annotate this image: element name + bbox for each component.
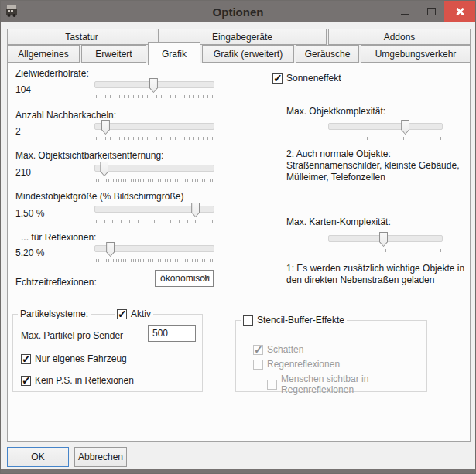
slider-ticks: [96, 137, 213, 141]
object-visibility-value: 210: [15, 167, 31, 179]
realtime-reflections-label: Echtzeitreflexionen:: [15, 277, 97, 288]
stencil-groupbox: Stencil-Buffer-Effekte Schatten Regenref…: [235, 320, 427, 392]
checkbox-box[interactable]: [272, 73, 283, 84]
reflection-size-label: ... für Reflexionen:: [21, 232, 96, 244]
shadows-checkbox[interactable]: Schatten: [253, 344, 303, 355]
own-vehicle-checkbox[interactable]: Nur eigenes Fahrzeug: [21, 353, 127, 364]
tab-row-bottom: Allgemeines Erweitert Grafik Grafik (erw…: [7, 45, 471, 63]
checkbox-box[interactable]: [21, 376, 31, 386]
window-bottom-border: [1, 469, 475, 473]
slider-thumb[interactable]: [149, 78, 158, 93]
stencil-buffer-checkbox[interactable]: Stencil-Buffer-Effekte: [241, 315, 347, 326]
neighbor-tiles-value: 2: [15, 126, 21, 138]
neighbor-tiles-label: Anzahl Nachbarkacheln:: [15, 110, 116, 121]
tab-allgemeines[interactable]: Allgemeines: [7, 45, 80, 63]
slider-thumb[interactable]: [106, 242, 115, 257]
slider-ticks: [96, 259, 213, 263]
min-object-size-label: Mindestobjektgröße (% Bildschirmgröße): [15, 191, 183, 203]
maximize-icon: [427, 8, 436, 15]
object-complexity-description: 2: Auch normale Objekte: Straßennamensch…: [286, 148, 461, 183]
reflection-size-value: 5.20 %: [15, 247, 44, 259]
max-particles-input[interactable]: 500: [148, 325, 196, 342]
object-visibility-slider[interactable]: [94, 163, 214, 182]
slider-ticks: [330, 249, 441, 253]
reflection-size-slider[interactable]: [94, 244, 214, 262]
min-object-size-value: 1.50 %: [15, 208, 44, 220]
slider-ticks: [96, 95, 213, 99]
maximize-button[interactable]: [418, 1, 444, 22]
map-complexity-description: 1: Es werden zusätzlich wichtige Objekte…: [286, 263, 468, 286]
slider-track[interactable]: [94, 123, 214, 130]
close-button[interactable]: [444, 1, 475, 22]
combo-selected-value: ökonomisch: [160, 273, 210, 284]
tab-erweitert[interactable]: Erweitert: [81, 45, 146, 63]
target-refreshrate-slider[interactable]: [94, 80, 214, 98]
slider-ticks: [330, 137, 441, 141]
tab-addons[interactable]: Addons: [328, 29, 471, 45]
grafik-tab-panel: Zielwiederholrate: 104 Anzahl Nachbarkac…: [7, 63, 471, 442]
checkbox-box[interactable]: [117, 309, 127, 319]
tab-grafik-erweitert[interactable]: Grafik (erweitert): [202, 45, 294, 63]
window-controls: [392, 1, 475, 22]
particles-active-checkbox[interactable]: Aktiv: [115, 309, 153, 319]
minimize-button[interactable]: [392, 1, 418, 22]
object-complexity-slider[interactable]: [328, 121, 443, 140]
tab-umgebungsverkehr[interactable]: Umgebungsverkehr: [361, 45, 471, 63]
checkbox-box[interactable]: [267, 380, 277, 390]
slider-track[interactable]: [94, 165, 214, 172]
cancel-button[interactable]: Abbrechen: [74, 447, 127, 467]
slider-thumb[interactable]: [379, 232, 388, 247]
target-refreshrate-label: Zielwiederholrate:: [15, 68, 89, 80]
slider-thumb[interactable]: [100, 162, 108, 176]
tab-row-top: Tastatur Eingabegeräte Addons: [7, 29, 471, 45]
realtime-reflections-select[interactable]: ökonomisch: [155, 270, 214, 287]
map-complexity-label: Max. Karten-Komplexität:: [286, 217, 391, 228]
particles-group-label: Partikelsysteme:: [18, 309, 91, 320]
slider-thumb[interactable]: [401, 120, 409, 135]
tab-grafik[interactable]: Grafik: [148, 42, 200, 65]
neighbor-tiles-slider[interactable]: [94, 121, 214, 140]
options-window: Optionen Tastatur Eingabegeräte Addons A…: [0, 0, 476, 474]
slider-thumb[interactable]: [191, 203, 200, 217]
map-complexity-slider[interactable]: [328, 234, 443, 252]
tab-tastatur[interactable]: Tastatur: [7, 29, 156, 45]
min-object-size-slider[interactable]: [94, 204, 214, 223]
no-ps-reflections-checkbox[interactable]: Kein P.S. in Reflexionen: [21, 375, 134, 386]
object-visibility-label: Max. Objektsichtbarkeitsentfernung:: [15, 150, 163, 162]
close-icon: [455, 7, 464, 16]
checkbox-box[interactable]: [21, 354, 31, 364]
checkbox-box[interactable]: [243, 315, 253, 326]
object-complexity-label: Max. Objektkomplexität:: [286, 106, 385, 118]
slider-thumb[interactable]: [101, 120, 110, 135]
minimize-icon: [401, 14, 409, 15]
slider-ticks: [96, 179, 213, 182]
checkbox-box[interactable]: [253, 360, 263, 370]
tab-geraeusche[interactable]: Geräusche: [296, 45, 359, 63]
max-particles-label: Max. Partikel pro Sender: [21, 330, 123, 342]
slider-ticks: [96, 220, 213, 223]
rain-reflections-checkbox[interactable]: Regenreflexionen: [253, 359, 340, 370]
checkbox-box[interactable]: [253, 345, 263, 355]
titlebar[interactable]: Optionen: [1, 1, 475, 22]
slider-track[interactable]: [328, 123, 443, 130]
target-refreshrate-value: 104: [15, 84, 31, 96]
particles-groupbox: Partikelsysteme: Aktiv Max. Partikel pro…: [12, 314, 203, 392]
sun-effect-checkbox[interactable]: Sonneneffekt: [272, 73, 341, 84]
app-bus-icon: [5, 4, 19, 18]
ok-button[interactable]: OK: [7, 447, 69, 467]
people-in-rain-reflections-checkbox[interactable]: Menschen sichtbar in Regenreflexionen: [267, 373, 426, 395]
